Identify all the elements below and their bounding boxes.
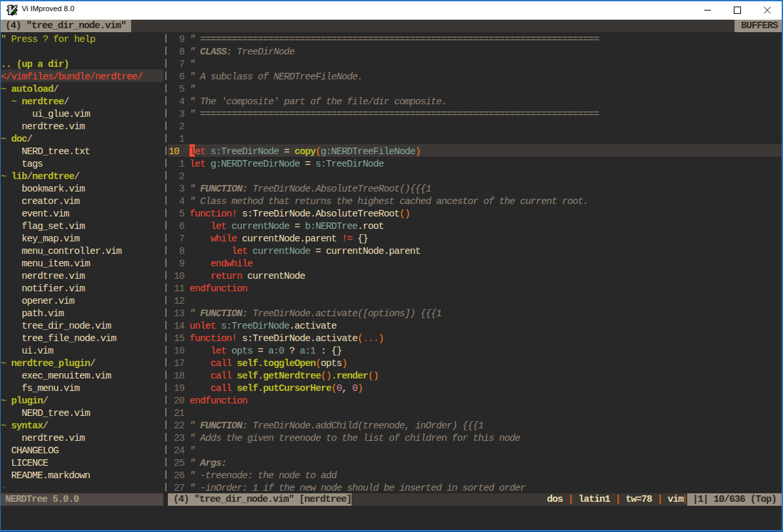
svg-text:im: im	[11, 10, 17, 16]
